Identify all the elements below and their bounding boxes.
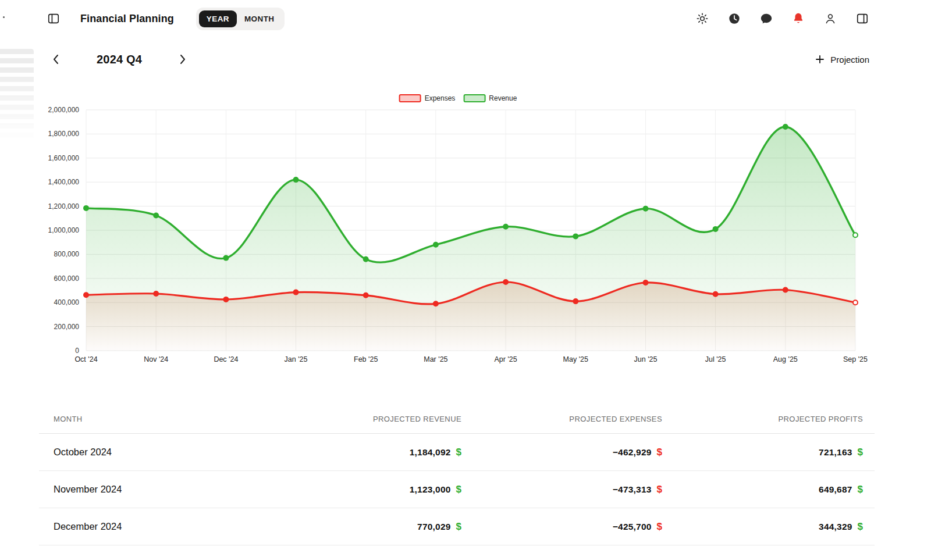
profits-cell: 344,329$	[674, 521, 875, 533]
svg-text:2,000,000: 2,000,000	[48, 106, 80, 114]
legend-swatch	[399, 94, 421, 102]
month-cell: October 2024	[39, 447, 272, 458]
chart-legend: Expenses Revenue	[399, 94, 517, 102]
header-expenses: PROJECTED EXPENSES	[473, 415, 674, 423]
header-revenue: PROJECTED REVENUE	[272, 415, 473, 423]
chart-section: Expenses Revenue 0200,000400,000600,0008…	[0, 79, 931, 373]
svg-text:Mar '25: Mar '25	[424, 355, 447, 363]
svg-text:1,800,000: 1,800,000	[48, 130, 80, 138]
panel-right-icon[interactable]	[855, 12, 869, 26]
amount-value: 649,687	[819, 484, 852, 495]
svg-text:1,200,000: 1,200,000	[48, 202, 80, 211]
svg-text:800,000: 800,000	[54, 250, 80, 258]
history-clock-icon[interactable]	[727, 12, 741, 26]
add-projection-button[interactable]: Projection	[815, 55, 869, 65]
dollar-icon: $	[858, 484, 863, 495]
expenses-cell: −473,313$	[473, 484, 674, 495]
svg-text:Feb '25: Feb '25	[354, 355, 378, 363]
svg-text:200,000: 200,000	[54, 323, 80, 331]
plus-icon	[815, 55, 825, 64]
svg-text:1,400,000: 1,400,000	[48, 178, 80, 186]
svg-text:Aug '25: Aug '25	[773, 355, 798, 363]
svg-text:Nov '24: Nov '24	[144, 355, 168, 363]
revenue-cell: 770,029$	[272, 521, 473, 533]
period-nav: 2024 Q4 Projection	[0, 37, 931, 66]
svg-text:600,000: 600,000	[54, 274, 80, 283]
period-title: 2024 Q4	[97, 53, 142, 66]
panel-left-icon[interactable]	[47, 12, 61, 26]
view-toggle: YEAR MONTH	[196, 8, 285, 30]
month-cell: December 2024	[39, 521, 272, 532]
profits-cell: 721,163$	[674, 447, 875, 458]
table-header: MONTH PROJECTED REVENUE PROJECTED EXPENS…	[39, 406, 875, 434]
amount-value: −462,929	[613, 447, 652, 458]
dollar-icon: $	[456, 521, 461, 533]
svg-text:400,000: 400,000	[54, 298, 80, 306]
svg-text:1,000,000: 1,000,000	[48, 226, 80, 234]
top-bar-actions	[695, 12, 869, 26]
header-profits: PROJECTED PROFITS	[674, 415, 875, 423]
dollar-icon: $	[657, 521, 662, 533]
svg-text:0: 0	[75, 347, 79, 355]
dollar-icon: $	[456, 484, 461, 495]
amount-value: 1,184,092	[410, 447, 451, 458]
svg-text:Jun '25: Jun '25	[634, 355, 658, 363]
page-title: Financial Planning	[80, 13, 174, 25]
add-projection-label: Projection	[830, 55, 869, 65]
svg-text:Dec '24: Dec '24	[214, 355, 238, 363]
legend-item-expenses: Expenses	[399, 94, 456, 102]
legend-label: Expenses	[425, 94, 456, 102]
table-row: December 2024770,029$−425,700$344,329$	[39, 508, 875, 545]
table-row: November 20241,123,000$−473,313$649,687$	[39, 471, 875, 508]
month-cell: November 2024	[39, 484, 272, 495]
chat-icon[interactable]	[759, 12, 773, 26]
legend-swatch	[463, 94, 485, 102]
svg-text:Sep '25: Sep '25	[843, 355, 868, 363]
svg-text:Jul '25: Jul '25	[705, 355, 726, 363]
amount-value: −473,313	[613, 484, 652, 495]
dollar-icon: $	[657, 484, 662, 495]
revenue-cell: 1,184,092$	[272, 447, 473, 458]
top-bar: Financial Planning YEAR MONTH	[0, 0, 931, 37]
profits-cell: 649,687$	[674, 484, 875, 495]
legend-label: Revenue	[489, 94, 517, 102]
legend-item-revenue: Revenue	[463, 94, 517, 102]
svg-text:Apr '25: Apr '25	[494, 355, 517, 363]
amount-value: 721,163	[819, 447, 852, 458]
projection-table: MONTH PROJECTED REVENUE PROJECTED EXPENS…	[39, 406, 875, 545]
dollar-icon: $	[456, 447, 461, 458]
dollar-icon: $	[858, 447, 863, 458]
dollar-icon: $	[858, 521, 863, 533]
revenue-cell: 1,123,000$	[272, 484, 473, 495]
prev-quarter-button[interactable]	[49, 52, 63, 66]
financial-chart: 0200,000400,000600,000800,0001,000,0001,…	[0, 79, 931, 370]
svg-text:Oct '24: Oct '24	[74, 355, 97, 363]
amount-value: 344,329	[819, 522, 852, 532]
svg-text:1,600,000: 1,600,000	[48, 154, 80, 162]
toggle-year-button[interactable]: YEAR	[199, 10, 237, 27]
svg-text:Jan '25: Jan '25	[285, 355, 308, 363]
header-month: MONTH	[39, 415, 272, 423]
theme-sun-icon[interactable]	[695, 12, 709, 26]
expenses-cell: −425,700$	[473, 521, 674, 533]
amount-value: −425,700	[613, 522, 652, 532]
toggle-month-button[interactable]: MONTH	[237, 10, 282, 27]
dollar-icon: $	[657, 447, 662, 458]
notifications-bell-icon[interactable]	[791, 12, 805, 26]
svg-text:May '25: May '25	[563, 355, 588, 363]
account-icon[interactable]	[823, 12, 837, 26]
table-row: October 20241,184,092$−462,929$721,163$	[39, 434, 875, 471]
next-quarter-button[interactable]	[176, 52, 190, 66]
table-body: October 20241,184,092$−462,929$721,163$N…	[39, 434, 875, 545]
expenses-cell: −462,929$	[473, 447, 674, 458]
amount-value: 1,123,000	[410, 484, 451, 495]
amount-value: 770,029	[417, 522, 450, 532]
